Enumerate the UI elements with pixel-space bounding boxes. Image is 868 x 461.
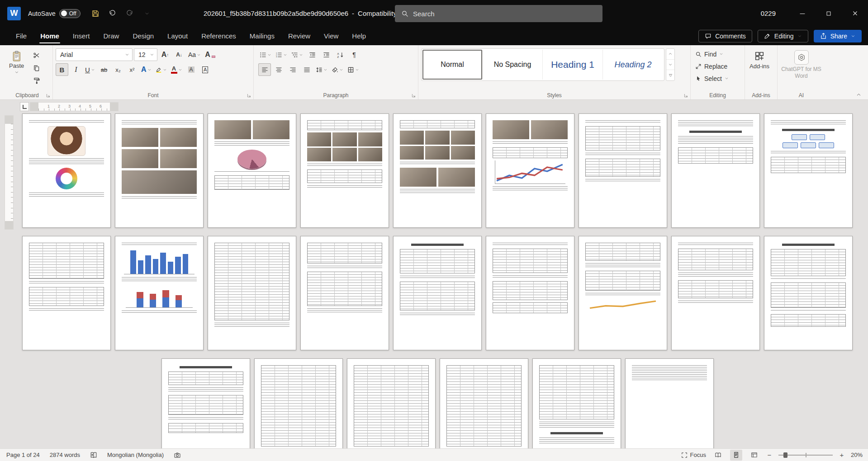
collapse-ribbon-button[interactable] [856, 92, 862, 98]
underline-button[interactable]: U [84, 63, 96, 76]
focus-button[interactable]: Focus [681, 452, 706, 458]
tab-design[interactable]: Design [126, 27, 161, 45]
search-box[interactable]: Search [395, 5, 602, 22]
tab-layout[interactable]: Layout [161, 27, 194, 45]
tab-home[interactable]: Home [33, 27, 66, 45]
page-thumbnail[interactable] [161, 358, 250, 448]
align-center-button[interactable] [272, 63, 285, 76]
find-button[interactable]: Find [693, 48, 742, 60]
highlight-button[interactable] [154, 63, 168, 76]
word-count[interactable]: 2874 words [50, 452, 80, 458]
bold-button[interactable]: B [56, 63, 68, 76]
autosave-pill[interactable]: Off [59, 9, 81, 18]
styles-more-button[interactable] [666, 70, 674, 80]
accessibility-camera-button[interactable] [174, 452, 181, 459]
page-thumbnail[interactable] [208, 236, 296, 350]
page-thumbnail[interactable] [579, 113, 667, 228]
page-thumbnail[interactable] [300, 113, 389, 228]
page-thumbnail[interactable] [393, 236, 482, 350]
print-layout-button[interactable] [730, 450, 742, 461]
style-no-spacing[interactable]: No Spacing [483, 50, 543, 80]
font-size-select[interactable]: 12 [134, 48, 157, 61]
close-button[interactable] [842, 0, 868, 27]
page-thumbnail[interactable] [764, 113, 853, 228]
line-spacing-button[interactable] [314, 63, 329, 76]
align-left-button[interactable] [258, 63, 271, 76]
shading-button[interactable] [330, 63, 345, 76]
select-button[interactable]: Select [693, 72, 742, 85]
increase-indent-button[interactable] [320, 48, 332, 61]
comments-button[interactable]: Comments [698, 30, 752, 42]
cut-button[interactable] [30, 50, 42, 61]
zoom-percentage[interactable]: 20% [851, 452, 863, 458]
character-shading-button[interactable]: A [185, 63, 198, 76]
style-heading-1[interactable]: Heading 1 [543, 50, 603, 80]
web-layout-button[interactable] [748, 450, 760, 461]
justify-button[interactable] [300, 63, 313, 76]
superscript-button[interactable]: x² [126, 63, 138, 76]
font-name-select[interactable]: Arial [56, 48, 133, 61]
sort-button[interactable]: AZ [334, 48, 346, 61]
align-right-button[interactable] [286, 63, 299, 76]
page-thumbnail[interactable] [579, 236, 667, 350]
page-thumbnail[interactable] [625, 358, 714, 448]
page-thumbnail[interactable] [347, 358, 436, 448]
undo-button[interactable] [104, 5, 121, 22]
vertical-ruler[interactable] [5, 115, 14, 230]
page-thumbnail[interactable] [532, 358, 621, 448]
tab-stop-selector[interactable] [20, 102, 29, 111]
clear-formatting-button[interactable]: A [204, 48, 217, 61]
styles-scroll-down-button[interactable] [666, 60, 674, 71]
page-indicator[interactable]: Page 1 of 24 [6, 452, 40, 458]
dialog-launcher-icon[interactable] [683, 93, 688, 98]
page-thumbnail[interactable] [440, 358, 528, 448]
multilevel-list-button[interactable] [290, 48, 304, 61]
tab-references[interactable]: References [194, 27, 243, 45]
customize-quick-access-button[interactable] [138, 5, 156, 22]
page-thumbnail[interactable] [300, 236, 389, 350]
autosave-toggle[interactable]: AutoSave Off [28, 9, 81, 18]
font-color-button[interactable]: A [170, 63, 184, 76]
page-thumbnail[interactable] [671, 113, 760, 228]
change-case-button[interactable]: Aa [187, 48, 202, 61]
text-effects-button[interactable]: A [140, 63, 153, 76]
tab-insert[interactable]: Insert [66, 27, 97, 45]
redo-button[interactable] [121, 5, 138, 22]
subscript-button[interactable]: x₂ [112, 63, 124, 76]
copy-button[interactable] [30, 62, 42, 74]
page-thumbnail[interactable] [764, 236, 853, 350]
language-indicator[interactable]: Mongolian (Mongolia) [107, 452, 164, 458]
zoom-out-button[interactable]: − [766, 451, 773, 459]
numbering-button[interactable]: 123 [274, 48, 289, 61]
document-title[interactable]: 202601_f5b38b7d8311b09b2a5dbe9d90d650e6 … [204, 0, 418, 27]
zoom-slider-thumb[interactable] [783, 452, 787, 458]
tab-review[interactable]: Review [281, 27, 317, 45]
dialog-launcher-icon[interactable] [247, 93, 251, 98]
tab-file[interactable]: File [9, 27, 33, 45]
page-thumbnail[interactable] [208, 113, 296, 228]
page-thumbnail[interactable] [22, 236, 111, 350]
share-button[interactable]: Share [814, 30, 862, 42]
chatgpt-addin-button[interactable]: ChatGPT for MS Word [780, 48, 822, 81]
format-painter-button[interactable] [30, 75, 42, 86]
dialog-launcher-icon[interactable] [411, 93, 416, 98]
editing-mode-button[interactable]: Editing [758, 30, 808, 42]
italic-button[interactable]: I [70, 63, 82, 76]
read-mode-button[interactable] [712, 450, 724, 461]
strikethrough-button[interactable]: ab [98, 63, 110, 76]
page-thumbnail[interactable] [486, 236, 574, 350]
proofing-status-button[interactable] [90, 452, 97, 459]
dialog-launcher-icon[interactable] [46, 93, 51, 98]
maximize-button[interactable] [816, 0, 842, 27]
page-thumbnail[interactable] [115, 113, 204, 228]
minimize-button[interactable] [789, 0, 816, 27]
save-button[interactable] [87, 5, 104, 22]
page-thumbnail[interactable] [22, 113, 111, 228]
character-border-button[interactable]: A [199, 63, 212, 76]
page-thumbnail[interactable] [486, 113, 574, 228]
tab-mailings[interactable]: Mailings [243, 27, 281, 45]
zoom-slider[interactable] [778, 451, 833, 460]
tab-view[interactable]: View [317, 27, 345, 45]
grow-font-button[interactable]: A↑ [159, 48, 171, 61]
page-thumbnail[interactable] [115, 236, 204, 350]
